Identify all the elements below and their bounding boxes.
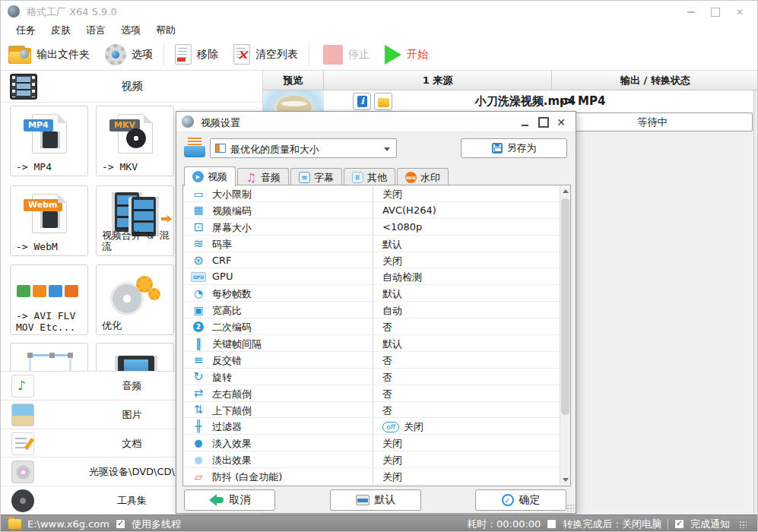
save-as-button[interactable]: 另存为: [461, 138, 567, 158]
settings-scrollbar[interactable]: [560, 185, 570, 486]
new-badge-icon: NEW: [405, 172, 417, 183]
remove-button[interactable]: 移除: [167, 41, 226, 68]
menu-language[interactable]: 语言: [86, 24, 106, 37]
dialog-tabs: 视频 音频 字幕 其他 NEW 水印: [184, 166, 450, 185]
clear-list-button[interactable]: × 清空列表: [226, 41, 306, 68]
ok-button[interactable]: 确定: [475, 489, 566, 511]
setting-row-gpu[interactable]: GPU GPU 自动检测: [183, 268, 570, 285]
setting-row-fade-out[interactable]: 淡出效果 关闭: [183, 451, 570, 468]
menu-skin[interactable]: 皮肤: [51, 24, 71, 37]
app-window: 格式工厂 X64 5.9.0 任务 皮肤 语言 选项 帮助 输出文件夹 选项 移…: [0, 0, 758, 532]
tab-video[interactable]: 视频: [184, 166, 236, 186]
window-resize-grip[interactable]: [739, 521, 747, 528]
stabilize-frame-icon: [191, 470, 206, 483]
menu-help[interactable]: 帮助: [156, 24, 176, 37]
options-button[interactable]: 选项: [97, 41, 160, 68]
scroll-up-icon[interactable]: [560, 185, 571, 197]
task-row[interactable]: 小刀洗澡视频.mp4 -> MP4: [263, 90, 758, 112]
tab-label: 音频: [261, 171, 281, 185]
stop-label: 停止: [348, 48, 369, 62]
tile-to-webm[interactable]: Webm -> WebM: [10, 185, 88, 256]
notify-checkbox[interactable]: [674, 519, 684, 529]
title-bar: 格式工厂 X64 5.9.0: [1, 1, 758, 22]
tab-watermark[interactable]: NEW 水印: [397, 168, 449, 186]
two-pass-icon: 2: [193, 321, 204, 332]
menu-options[interactable]: 选项: [121, 24, 141, 37]
header-source[interactable]: 1 来源: [324, 71, 552, 90]
tile-to-avi-flv-mov[interactable]: -> AVI FLV MOV Etc...: [10, 264, 88, 335]
profile-dropdown[interactable]: 最优化的质量和大小: [210, 138, 397, 158]
setting-row-fade-in[interactable]: 淡入效果 关闭: [183, 435, 570, 451]
maximize-button[interactable]: [706, 5, 725, 19]
toolbar-separator: [163, 43, 164, 66]
toolbar: 输出文件夹 选项 移除 × 清空列表 停止 开始: [1, 39, 758, 71]
tile-to-mkv[interactable]: MKV -> MKV: [96, 106, 174, 176]
output-path-folder-icon[interactable]: [8, 519, 21, 529]
tile-video-merge[interactable]: 视频合并 & 混流: [96, 185, 174, 256]
shutdown-after-label: 转换完成后 : 关闭电脑: [563, 518, 661, 531]
stop-button[interactable]: 停止: [316, 41, 377, 68]
atom-icon: [191, 254, 206, 267]
setting-row-aspect-ratio[interactable]: 宽高比 自动: [183, 302, 570, 318]
setting-row-flip-vertical[interactable]: 上下颠倒 否: [183, 402, 570, 419]
shutdown-after-checkbox[interactable]: [547, 519, 557, 529]
tile-label: 优化: [102, 320, 122, 331]
tab-other[interactable]: 其他: [344, 168, 395, 186]
dialog-minimize-button[interactable]: [516, 116, 533, 128]
task-table-header: 预览 1 来源 输出 / 转换状态: [263, 71, 758, 90]
header-preview[interactable]: 预览: [263, 71, 324, 90]
tab-label: 视频: [208, 170, 227, 184]
setting-row-filter[interactable]: 过滤器 off 关闭: [183, 418, 570, 435]
setting-row-screen-size[interactable]: 屏幕大小 <1080p: [183, 219, 570, 236]
scroll-thumb[interactable]: [561, 198, 569, 415]
multithread-checkbox[interactable]: [116, 519, 125, 529]
setting-row-fps[interactable]: 每秒帧数 默认: [183, 285, 570, 302]
sliders-icon: [352, 172, 363, 183]
dialog-title: 视频设置: [201, 116, 240, 130]
setting-row-deinterlace[interactable]: 反交错 否: [183, 352, 570, 369]
keyframe-bars-icon: [191, 337, 206, 350]
status-bar: E:\www.x6g.com 使用多线程 耗时 : 00:00:00 转换完成后…: [1, 515, 758, 532]
media-info-button[interactable]: [353, 93, 371, 110]
scroll-down-icon[interactable]: [560, 474, 571, 486]
menu-task[interactable]: 任务: [16, 24, 36, 37]
output-folder-icon: [8, 46, 31, 64]
tab-audio[interactable]: 音频: [237, 168, 289, 186]
setting-row-stabilize[interactable]: 防抖 (白金功能) 关闭: [183, 468, 570, 485]
rotate-icon: [191, 370, 206, 383]
setting-row-rotate[interactable]: 旋转 否: [183, 369, 570, 385]
fade-in-icon: [191, 436, 206, 449]
elapsed-time: 耗时 : 00:00:00: [467, 518, 541, 531]
setting-row-two-pass[interactable]: 2 二次编码 否: [183, 318, 570, 335]
header-output-state[interactable]: 输出 / 转换状态: [552, 71, 758, 90]
output-folder-button[interactable]: 输出文件夹: [1, 41, 97, 68]
tile-to-mp4[interactable]: MP4 -> MP4: [10, 106, 88, 176]
setting-row-crf[interactable]: CRF 关闭: [183, 252, 570, 269]
tile-optimize[interactable]: 优化: [96, 264, 174, 335]
table-scrollbar[interactable]: [753, 90, 758, 515]
dialog-close-button[interactable]: [553, 116, 569, 128]
open-folder-button[interactable]: [374, 93, 392, 110]
default-button[interactable]: 默认: [330, 489, 421, 511]
tab-subtitle[interactable]: 字幕: [290, 168, 342, 186]
minimize-button[interactable]: [681, 5, 701, 19]
setting-row-video-codec[interactable]: 视频编码 AVC(H264): [183, 202, 570, 219]
gpu-icon: GPU: [191, 272, 206, 282]
start-button[interactable]: 开始: [377, 41, 436, 68]
close-button[interactable]: [730, 5, 750, 19]
setting-row-bitrate[interactable]: 码率 默认: [183, 236, 570, 252]
dialog-maximize-button[interactable]: [535, 116, 552, 128]
setting-row-size-limit[interactable]: 大小限制 关闭: [183, 185, 570, 202]
output-path[interactable]: E:\www.x6g.com: [27, 518, 109, 530]
merge-arrow-icon: [161, 215, 172, 223]
dialog-resize-grip[interactable]: [566, 504, 574, 511]
mp4-badge: MP4: [24, 119, 53, 131]
dialog-title-bar[interactable]: 视频设置: [176, 112, 576, 132]
sidebar-header-video[interactable]: 视频: [1, 71, 263, 103]
setting-row-flip-horizontal[interactable]: 左右颠倒 否: [183, 385, 570, 402]
profile-tray-icon: [184, 138, 205, 157]
output-folder-label: 输出文件夹: [36, 48, 90, 62]
setting-row-keyframe-interval[interactable]: 关键帧间隔 默认: [183, 335, 570, 352]
ok-label: 确定: [519, 493, 541, 507]
cancel-button[interactable]: 取消: [184, 489, 275, 511]
